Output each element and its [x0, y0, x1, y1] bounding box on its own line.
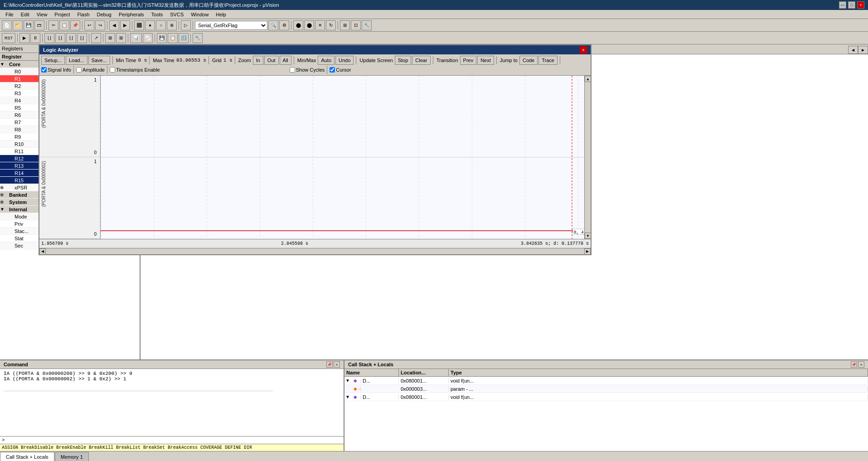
tb2-tool[interactable]: 🔧	[193, 33, 203, 43]
tb-config[interactable]: ⚙	[279, 20, 289, 30]
tb-sim[interactable]: ⬤	[293, 20, 303, 30]
tb-copy[interactable]: 📋	[59, 20, 69, 30]
menu-help[interactable]: Help	[212, 11, 230, 18]
la-right-scrollbar[interactable]: ▲ ▼	[584, 76, 591, 239]
tb-new[interactable]: 📄	[2, 20, 12, 30]
tb-open[interactable]: 📂	[13, 20, 23, 30]
cs-row-2[interactable]: ◆→ 0x000003... param - ...	[344, 385, 868, 393]
tb-bp2[interactable]: ●	[145, 20, 155, 30]
tb-paste[interactable]: 📌	[70, 20, 80, 30]
la-undo-btn[interactable]: Undo	[335, 56, 354, 65]
tb2-b1[interactable]: ⊞	[105, 33, 115, 43]
tb2-la2[interactable]: 📈	[143, 33, 153, 43]
core-expand-icon[interactable]: ▼	[0, 62, 7, 67]
tab-scroll-right[interactable]: ▶	[858, 46, 868, 54]
tb-bp3[interactable]: ○	[156, 20, 166, 30]
system-expand[interactable]: ⊕	[0, 199, 7, 204]
la-code-btn[interactable]: Code	[519, 56, 538, 65]
la-setup-btn[interactable]: Setup...	[41, 56, 65, 65]
tb-nav-back[interactable]: ◀	[109, 20, 119, 30]
la-timestamps-chk-label[interactable]: Timestamps Enable	[110, 67, 160, 73]
la-stop-btn[interactable]: Stop	[395, 56, 412, 65]
minimize-button[interactable]: —	[839, 1, 846, 9]
la-signal-row-1[interactable]: (PORTA & 0x00000200) 1 0	[39, 76, 100, 157]
tb-stop[interactable]: ✕	[315, 20, 325, 30]
tb-run[interactable]: ⬤	[304, 20, 314, 30]
la-load-btn[interactable]: Load...	[66, 56, 87, 65]
callstack-content[interactable]: Name Location... Type ▼ ◆ D... 0x080001.…	[344, 369, 868, 451]
cs-row3-expand[interactable]: ▼	[344, 394, 354, 399]
tb2-stop2[interactable]: ⏸	[30, 33, 40, 43]
cs-row-1[interactable]: ▼ ◆ D... 0x080001... void f(un...	[344, 377, 868, 385]
tb2-s4[interactable]: ⌊⌋	[77, 33, 87, 43]
menu-view[interactable]: View	[33, 11, 51, 18]
tb-disp2[interactable]: ⊡	[351, 20, 361, 30]
cmd-pin-btn[interactable]: 📌	[326, 361, 333, 368]
la-trace-btn[interactable]: Trace	[538, 56, 558, 65]
tb-nav-fwd[interactable]: ▶	[120, 20, 130, 30]
tb2-s1[interactable]: ⌊⌋	[44, 33, 54, 43]
la-scroll-right-h[interactable]: ▶	[584, 248, 591, 255]
la-amplitude-chk[interactable]	[76, 67, 82, 73]
menu-file[interactable]: File	[2, 11, 17, 18]
tb-cut[interactable]: ✂	[48, 20, 58, 30]
menu-peripherals[interactable]: Peripherals	[115, 11, 148, 18]
la-prev-btn[interactable]: Prev	[460, 56, 477, 65]
cs-row1-expand[interactable]: ▼	[344, 378, 354, 383]
cs-close-btn[interactable]: ×	[858, 361, 864, 368]
close-button[interactable]: ×	[857, 1, 864, 9]
la-cursor-chk-label[interactable]: Cursor	[330, 67, 351, 73]
tb-redo[interactable]: ↪	[95, 20, 105, 30]
la-signal-info-chk-label[interactable]: Signal Info	[41, 67, 71, 73]
menu-edit[interactable]: Edit	[17, 11, 33, 18]
la-showcycles-chk[interactable]	[290, 67, 295, 73]
tb2-s2[interactable]: ⌊⌋	[55, 33, 65, 43]
tb-bp4[interactable]: ⊕	[167, 20, 177, 30]
maximize-button[interactable]: □	[848, 1, 855, 9]
tab-scroll-left[interactable]: ◀	[848, 46, 858, 54]
la-clear-btn[interactable]: Clear	[412, 56, 430, 65]
internal-expand[interactable]: ▼	[0, 207, 7, 212]
tb-tools-icon[interactable]: 🔧	[362, 20, 372, 30]
tab-memory1[interactable]: Memory 1	[55, 452, 89, 461]
tb-undo[interactable]: ↩	[84, 20, 94, 30]
menu-flash[interactable]: Flash	[74, 11, 93, 18]
cs-pin-btn[interactable]: 📌	[851, 361, 857, 368]
tb2-reg[interactable]: 🔢	[179, 33, 189, 43]
menu-debug[interactable]: Debug	[93, 11, 115, 18]
la-scroll-left[interactable]: ◀	[39, 248, 46, 255]
tb-bp[interactable]: ⬛	[134, 20, 144, 30]
la-in-btn[interactable]: In	[253, 56, 263, 65]
la-auto-btn[interactable]: Auto	[318, 56, 335, 65]
tb-reset[interactable]: ↻	[326, 20, 336, 30]
la-amplitude-chk-label[interactable]: Amplitude	[76, 67, 105, 73]
la-scroll-down[interactable]: ▼	[585, 233, 591, 239]
tb2-mem[interactable]: 💾	[157, 33, 167, 43]
command-input[interactable]	[5, 437, 342, 443]
banked-expand[interactable]: ⊕	[0, 192, 7, 197]
tb-save[interactable]: 💾	[24, 20, 34, 30]
la-hscroll[interactable]: ◀ ▶	[39, 248, 591, 254]
tb2-mem2[interactable]: 📋	[168, 33, 178, 43]
tb2-s3[interactable]: ⌊⌋	[66, 33, 76, 43]
menu-window[interactable]: Window	[187, 11, 212, 18]
la-cursor-chk[interactable]	[330, 67, 335, 73]
la-scroll-up[interactable]: ▲	[585, 76, 591, 82]
tab-callstack[interactable]: Call Stack + Locals	[0, 452, 54, 461]
xpsr-expand[interactable]: ⊕	[0, 185, 7, 190]
tb2-la[interactable]: 📊	[130, 33, 142, 43]
command-content[interactable]: IA ((PORTA & 0x00000200) >> 9 & 0x200) >…	[0, 369, 344, 436]
tb-build[interactable]: ▷	[181, 20, 191, 30]
tb-search-icon-btn[interactable]: 🔍	[268, 20, 278, 30]
tb2-b2[interactable]: ⊞	[116, 33, 126, 43]
la-save-btn[interactable]: Save...	[88, 56, 110, 65]
la-waveform[interactable]: 0, 4 0 0, 4 0	[101, 76, 584, 239]
target-selector[interactable]: Serial_GetRxFlag	[195, 21, 267, 30]
tb2-rst[interactable]: RST	[2, 33, 15, 43]
la-out-btn[interactable]: Out	[264, 56, 279, 65]
tb-disp[interactable]: ⊞	[340, 20, 350, 30]
cs-row-3[interactable]: ▼ ◆ D... 0x080001... void f(un...	[344, 393, 868, 401]
menu-svcs[interactable]: SVCS	[166, 11, 187, 18]
menu-tools[interactable]: Tools	[148, 11, 167, 18]
la-timestamps-chk[interactable]	[110, 67, 115, 73]
